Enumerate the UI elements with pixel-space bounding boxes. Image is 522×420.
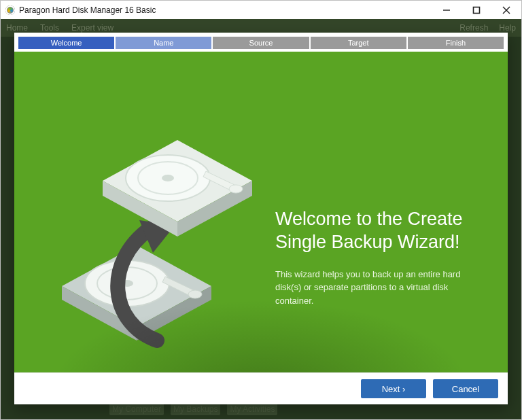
bottom-my-backups: My Backups [171,403,220,415]
step-target[interactable]: Target [311,37,406,49]
step-finish[interactable]: Finish [408,37,504,49]
app-bottombar: My Computer My Backups My Activities [109,403,277,415]
next-button[interactable]: Next › [361,379,426,398]
step-name[interactable]: Name [116,37,211,49]
menu-help: Help [499,23,516,33]
app-background: Home Tools Expert view Refresh Help My C… [0,19,522,420]
menu-refresh: Refresh [459,23,488,33]
svg-point-20 [229,185,243,193]
svg-rect-1 [474,7,480,13]
window-titlebar: Paragon Hard Disk Manager 16 Basic [0,0,522,19]
step-welcome[interactable]: Welcome [18,37,114,49]
window-title: Paragon Hard Disk Manager 16 Basic [19,5,156,15]
wizard-steps: Welcome Name Source Target Finish [14,33,508,52]
svg-point-11 [188,290,202,298]
window-close-button[interactable] [491,1,521,19]
wizard-dialog: Welcome Name Source Target Finish [14,33,508,404]
bottom-my-activities: My Activities [227,403,277,415]
menu-tools: Tools [40,23,59,33]
app-icon [5,5,15,15]
svg-point-18 [162,175,174,181]
menu-home: Home [6,23,28,33]
bottom-my-computer: My Computer [109,403,164,415]
cancel-button[interactable]: Cancel [433,379,498,398]
window-maximize-button[interactable] [462,1,491,19]
wizard-content: Welcome to the Create Single Backup Wiza… [14,52,508,372]
wizard-text: Welcome to the Create Single Backup Wiza… [275,208,487,307]
step-source[interactable]: Source [213,37,309,49]
wizard-footer: Next › Cancel [14,372,508,404]
backup-illustration-icon [48,133,252,351]
wizard-description: This wizard helps you to back up an enti… [275,268,487,308]
wizard-heading: Welcome to the Create Single Backup Wiza… [275,208,487,254]
window-minimize-button[interactable] [432,1,462,19]
menu-expert: Expert view [71,23,114,33]
